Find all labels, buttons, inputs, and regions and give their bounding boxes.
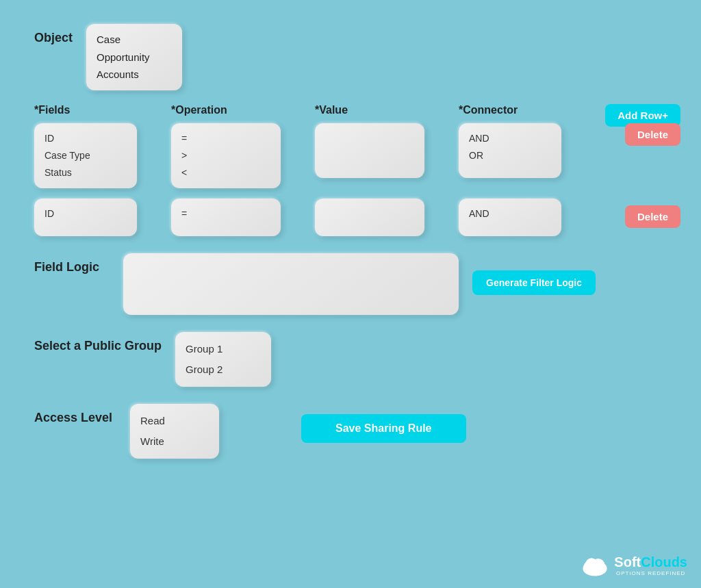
field-logic-input[interactable] bbox=[123, 253, 459, 315]
access-level-label: Access Level bbox=[34, 411, 116, 425]
object-item-accounts: Accounts bbox=[97, 66, 172, 84]
page-container: Object Case Opportunity Accounts *Fields… bbox=[0, 0, 701, 588]
filter-row2-op-card[interactable]: = bbox=[171, 199, 281, 236]
delete-row1-button[interactable]: Delete bbox=[625, 123, 680, 146]
logo: SoftClouds OPTIONS REDEFINED bbox=[578, 553, 687, 578]
access-item-write: Write bbox=[140, 431, 209, 452]
filter-row1-operations[interactable]: = > < bbox=[171, 123, 281, 189]
filter-row2-operation[interactable]: = bbox=[171, 199, 281, 236]
filter-row2-fields[interactable]: ID bbox=[34, 199, 137, 236]
logo-text-wrap: SoftClouds OPTIONS REDEFINED bbox=[614, 554, 687, 576]
filter-row2-conn-card[interactable]: AND bbox=[459, 199, 561, 236]
logo-tagline: OPTIONS REDEFINED bbox=[614, 570, 687, 576]
public-group-label: Select a Public Group bbox=[34, 339, 162, 353]
logo-soft: Soft bbox=[614, 554, 641, 570]
filter-row1-conn-or: OR bbox=[469, 147, 551, 164]
header-value: *Value bbox=[315, 104, 424, 116]
generate-filter-logic-button[interactable]: Generate Filter Logic bbox=[472, 270, 596, 295]
filter-row1-conn-and: AND bbox=[469, 130, 551, 147]
object-label: Object bbox=[34, 31, 73, 45]
save-sharing-rule-button[interactable]: Save Sharing Rule bbox=[301, 414, 466, 443]
filter-row-2: ID = AND Delete bbox=[34, 199, 680, 236]
header-operation: *Operation bbox=[171, 104, 281, 116]
filter-row1-field-status: Status bbox=[44, 164, 127, 181]
filter-row1-connectors[interactable]: AND OR bbox=[459, 123, 561, 178]
filter-row1-fields[interactable]: ID Case Type Status bbox=[34, 123, 137, 189]
softclouds-logo-icon bbox=[578, 553, 611, 578]
filter-row1-fields-card[interactable]: ID Case Type Status bbox=[34, 123, 137, 189]
object-item-case: Case bbox=[97, 31, 172, 49]
filter-row-1: ID Case Type Status = > < AND OR Delete bbox=[34, 123, 680, 189]
filter-row2-conn-and: AND bbox=[469, 205, 551, 222]
filter-row1-op-card[interactable]: = > < bbox=[171, 123, 281, 189]
filter-row1-val-card[interactable] bbox=[315, 123, 424, 178]
field-logic-label: Field Logic bbox=[34, 260, 110, 274]
object-card[interactable]: Case Opportunity Accounts bbox=[86, 24, 182, 90]
header-fields: *Fields bbox=[34, 104, 137, 116]
filter-row1-value[interactable] bbox=[315, 123, 424, 178]
public-group-section: Select a Public Group Group 1 Group 2 bbox=[34, 332, 680, 387]
group-item-1: Group 1 bbox=[186, 339, 261, 359]
group-item-2: Group 2 bbox=[186, 359, 261, 380]
filter-row1-op-gt: > bbox=[181, 147, 270, 164]
filter-row1-field-id: ID bbox=[44, 130, 127, 147]
svg-point-3 bbox=[586, 558, 598, 570]
filter-row2-field-id: ID bbox=[44, 205, 127, 222]
object-item-opportunity: Opportunity bbox=[97, 49, 172, 66]
filter-headers: *Fields *Operation *Value *Connector Add… bbox=[34, 104, 680, 116]
filter-row1-field-casetype: Case Type bbox=[44, 147, 127, 164]
filter-row2-fields-card[interactable]: ID bbox=[34, 199, 137, 236]
public-group-card[interactable]: Group 1 Group 2 bbox=[175, 332, 271, 387]
header-connector: *Connector bbox=[459, 104, 561, 116]
filter-row1-conn-card[interactable]: AND OR bbox=[459, 123, 561, 178]
filter-row2-op-eq: = bbox=[181, 205, 270, 222]
logo-clouds: Clouds bbox=[641, 554, 687, 570]
filter-row1-op-eq: = bbox=[181, 130, 270, 147]
filter-row2-value[interactable] bbox=[315, 199, 424, 236]
access-item-read: Read bbox=[140, 411, 209, 431]
filter-row2-val-card[interactable] bbox=[315, 199, 424, 236]
field-logic-section: Field Logic Generate Filter Logic bbox=[34, 253, 680, 315]
logo-text: SoftClouds bbox=[614, 554, 687, 570]
object-section: Object Case Opportunity Accounts bbox=[34, 24, 680, 90]
access-level-card[interactable]: Read Write bbox=[130, 404, 219, 459]
access-level-section: Access Level Read Write Save Sharing Rul… bbox=[34, 404, 680, 459]
filter-row2-connector[interactable]: AND bbox=[459, 199, 561, 236]
filter-row1-op-lt: < bbox=[181, 164, 270, 181]
delete-row2-button[interactable]: Delete bbox=[625, 205, 680, 228]
